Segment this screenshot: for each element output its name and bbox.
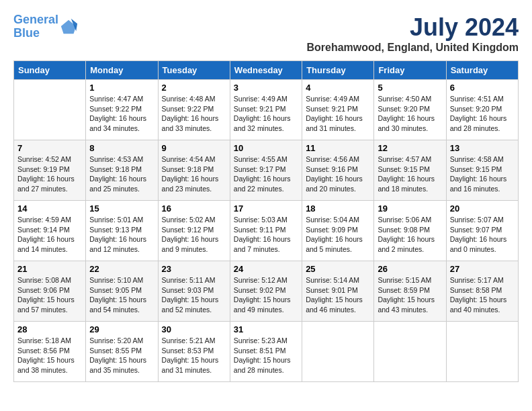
day-info: Sunrise: 4:57 AM Sunset: 9:15 PM Dayligh…	[378, 154, 442, 194]
day-info: Sunrise: 4:55 AM Sunset: 9:17 PM Dayligh…	[234, 154, 298, 194]
day-info: Sunrise: 4:50 AM Sunset: 9:20 PM Dayligh…	[378, 94, 442, 134]
day-info: Sunrise: 5:15 AM Sunset: 8:59 PM Dayligh…	[378, 275, 442, 315]
calendar-table: SundayMondayTuesdayWednesdayThursdayFrid…	[13, 60, 519, 382]
day-info: Sunrise: 4:52 AM Sunset: 9:19 PM Dayligh…	[17, 154, 82, 194]
calendar-cell	[374, 322, 446, 382]
day-number: 25	[306, 264, 370, 274]
day-number: 15	[89, 203, 154, 214]
calendar-cell: 3Sunrise: 4:49 AM Sunset: 9:21 PM Daylig…	[230, 80, 302, 140]
calendar-day-header: Monday	[86, 61, 158, 80]
day-info: Sunrise: 4:49 AM Sunset: 9:21 PM Dayligh…	[234, 94, 298, 134]
calendar-cell: 16Sunrise: 5:02 AM Sunset: 9:12 PM Dayli…	[158, 201, 230, 261]
location: Borehamwood, England, United Kingdom	[306, 42, 519, 54]
calendar-body: 1Sunrise: 4:47 AM Sunset: 9:22 PM Daylig…	[14, 80, 519, 382]
day-info: Sunrise: 5:04 AM Sunset: 9:09 PM Dayligh…	[306, 215, 370, 255]
day-number: 6	[450, 83, 515, 93]
day-info: Sunrise: 5:23 AM Sunset: 8:51 PM Dayligh…	[234, 336, 298, 375]
day-info: Sunrise: 4:58 AM Sunset: 9:15 PM Dayligh…	[450, 154, 515, 194]
day-info: Sunrise: 5:02 AM Sunset: 9:12 PM Dayligh…	[162, 215, 226, 255]
calendar-cell: 1Sunrise: 4:47 AM Sunset: 9:22 PM Daylig…	[86, 80, 158, 140]
calendar-cell: 12Sunrise: 4:57 AM Sunset: 9:15 PM Dayli…	[374, 140, 446, 201]
day-info: Sunrise: 5:14 AM Sunset: 9:01 PM Dayligh…	[306, 275, 370, 315]
calendar-cell: 20Sunrise: 5:07 AM Sunset: 9:07 PM Dayli…	[446, 201, 518, 261]
calendar-cell: 2Sunrise: 4:48 AM Sunset: 9:22 PM Daylig…	[158, 80, 230, 140]
calendar-day-header: Wednesday	[230, 61, 302, 80]
day-number: 31	[234, 324, 298, 334]
day-number: 10	[234, 143, 298, 153]
calendar-cell: 31Sunrise: 5:23 AM Sunset: 8:51 PM Dayli…	[230, 322, 302, 382]
logo-icon	[60, 17, 79, 36]
day-number: 2	[162, 83, 226, 93]
calendar-cell: 30Sunrise: 5:21 AM Sunset: 8:53 PM Dayli…	[158, 322, 230, 382]
calendar-day-header: Tuesday	[158, 61, 230, 80]
day-info: Sunrise: 5:08 AM Sunset: 9:06 PM Dayligh…	[17, 275, 82, 315]
day-number: 4	[306, 83, 370, 93]
calendar-cell: 17Sunrise: 5:03 AM Sunset: 9:11 PM Dayli…	[230, 201, 302, 261]
day-info: Sunrise: 4:47 AM Sunset: 9:22 PM Dayligh…	[89, 94, 154, 134]
calendar-week-row: 1Sunrise: 4:47 AM Sunset: 9:22 PM Daylig…	[14, 80, 519, 140]
calendar-week-row: 7Sunrise: 4:52 AM Sunset: 9:19 PM Daylig…	[14, 140, 519, 201]
day-info: Sunrise: 4:54 AM Sunset: 9:18 PM Dayligh…	[162, 154, 226, 194]
day-number: 26	[378, 264, 442, 274]
calendar-cell	[302, 322, 374, 382]
day-number: 23	[162, 264, 226, 274]
day-info: Sunrise: 4:56 AM Sunset: 9:16 PM Dayligh…	[306, 154, 370, 194]
calendar-cell: 21Sunrise: 5:08 AM Sunset: 9:06 PM Dayli…	[14, 261, 86, 322]
day-info: Sunrise: 5:07 AM Sunset: 9:07 PM Dayligh…	[450, 215, 515, 255]
day-number: 17	[234, 203, 298, 214]
day-info: Sunrise: 4:48 AM Sunset: 9:22 PM Dayligh…	[162, 94, 226, 134]
day-number: 22	[89, 264, 154, 274]
calendar-cell: 15Sunrise: 5:01 AM Sunset: 9:13 PM Dayli…	[86, 201, 158, 261]
calendar-cell: 19Sunrise: 5:06 AM Sunset: 9:08 PM Dayli…	[374, 201, 446, 261]
day-number: 5	[378, 83, 442, 93]
day-number: 9	[162, 143, 226, 153]
day-info: Sunrise: 5:12 AM Sunset: 9:02 PM Dayligh…	[234, 275, 298, 315]
calendar-cell: 11Sunrise: 4:56 AM Sunset: 9:16 PM Dayli…	[302, 140, 374, 201]
day-number: 27	[450, 264, 515, 274]
day-info: Sunrise: 4:59 AM Sunset: 9:14 PM Dayligh…	[17, 215, 82, 255]
day-number: 16	[162, 203, 226, 214]
day-info: Sunrise: 5:11 AM Sunset: 9:03 PM Dayligh…	[162, 275, 226, 315]
calendar-cell: 28Sunrise: 5:18 AM Sunset: 8:56 PM Dayli…	[14, 322, 86, 382]
day-number: 24	[234, 264, 298, 274]
calendar-cell: 5Sunrise: 4:50 AM Sunset: 9:20 PM Daylig…	[374, 80, 446, 140]
title-block: July 2024 Borehamwood, England, United K…	[306, 13, 519, 54]
calendar-cell	[14, 80, 86, 140]
day-number: 20	[450, 203, 515, 214]
calendar-cell: 25Sunrise: 5:14 AM Sunset: 9:01 PM Dayli…	[302, 261, 374, 322]
calendar-week-row: 14Sunrise: 4:59 AM Sunset: 9:14 PM Dayli…	[14, 201, 519, 261]
day-number: 8	[89, 143, 154, 153]
logo-text: GeneralBlue	[13, 13, 58, 40]
month-year: July 2024	[306, 13, 519, 42]
calendar-day-header: Saturday	[446, 61, 518, 80]
day-number: 19	[378, 203, 442, 214]
day-info: Sunrise: 5:18 AM Sunset: 8:56 PM Dayligh…	[17, 336, 82, 375]
calendar-day-header: Thursday	[302, 61, 374, 80]
calendar-cell: 4Sunrise: 4:49 AM Sunset: 9:21 PM Daylig…	[302, 80, 374, 140]
calendar-cell: 26Sunrise: 5:15 AM Sunset: 8:59 PM Dayli…	[374, 261, 446, 322]
day-info: Sunrise: 5:10 AM Sunset: 9:05 PM Dayligh…	[89, 275, 154, 315]
calendar-cell: 10Sunrise: 4:55 AM Sunset: 9:17 PM Dayli…	[230, 140, 302, 201]
calendar-day-header: Sunday	[14, 61, 86, 80]
calendar-cell: 13Sunrise: 4:58 AM Sunset: 9:15 PM Dayli…	[446, 140, 518, 201]
calendar-cell: 24Sunrise: 5:12 AM Sunset: 9:02 PM Dayli…	[230, 261, 302, 322]
calendar-cell: 9Sunrise: 4:54 AM Sunset: 9:18 PM Daylig…	[158, 140, 230, 201]
calendar-cell: 23Sunrise: 5:11 AM Sunset: 9:03 PM Dayli…	[158, 261, 230, 322]
day-info: Sunrise: 5:06 AM Sunset: 9:08 PM Dayligh…	[378, 215, 442, 255]
calendar-cell: 29Sunrise: 5:20 AM Sunset: 8:55 PM Dayli…	[86, 322, 158, 382]
day-info: Sunrise: 5:20 AM Sunset: 8:55 PM Dayligh…	[89, 336, 154, 375]
calendar-week-row: 21Sunrise: 5:08 AM Sunset: 9:06 PM Dayli…	[14, 261, 519, 322]
day-number: 30	[162, 324, 226, 334]
day-info: Sunrise: 4:51 AM Sunset: 9:20 PM Dayligh…	[450, 94, 515, 134]
calendar-cell: 7Sunrise: 4:52 AM Sunset: 9:19 PM Daylig…	[14, 140, 86, 201]
day-info: Sunrise: 5:03 AM Sunset: 9:11 PM Dayligh…	[234, 215, 298, 255]
calendar-cell: 6Sunrise: 4:51 AM Sunset: 9:20 PM Daylig…	[446, 80, 518, 140]
page-header: GeneralBlue July 2024 Borehamwood, Engla…	[13, 13, 519, 54]
day-number: 13	[450, 143, 515, 153]
day-number: 1	[89, 83, 154, 93]
calendar-week-row: 28Sunrise: 5:18 AM Sunset: 8:56 PM Dayli…	[14, 322, 519, 382]
calendar-cell: 27Sunrise: 5:17 AM Sunset: 8:58 PM Dayli…	[446, 261, 518, 322]
day-number: 21	[17, 264, 82, 274]
calendar-cell: 8Sunrise: 4:53 AM Sunset: 9:18 PM Daylig…	[86, 140, 158, 201]
calendar-cell: 22Sunrise: 5:10 AM Sunset: 9:05 PM Dayli…	[86, 261, 158, 322]
